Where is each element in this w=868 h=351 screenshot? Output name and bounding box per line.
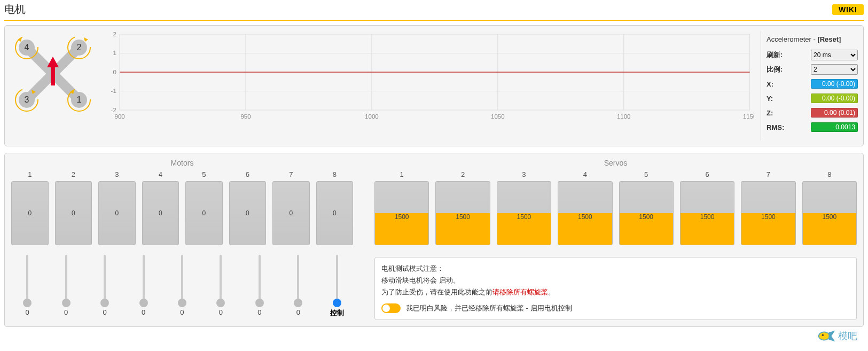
servo-num-8: 8	[827, 170, 831, 179]
motor-num-2: 2	[72, 170, 75, 179]
watermark: 模吧	[818, 330, 857, 333]
servo-num-7: 7	[767, 170, 770, 179]
x-value: 0.00 (-0.00)	[811, 79, 858, 89]
z-label: Z:	[767, 109, 811, 117]
wiki-button[interactable]: WIKI	[832, 4, 864, 15]
motor-slider-6[interactable]	[220, 255, 222, 303]
motor-2-icon: 2	[67, 35, 91, 60]
motor-slider-5[interactable]	[181, 255, 183, 303]
master-slider[interactable]	[336, 255, 338, 303]
slider-value-3: 0	[103, 308, 106, 316]
svg-point-30	[819, 332, 830, 333]
svg-text:950: 950	[240, 113, 251, 120]
page-title: 电机	[4, 2, 832, 17]
svg-text:1: 1	[113, 50, 116, 57]
warning-panel: 电机测试模式注意： 移动滑块电机将会 启动。 为了防止受伤，请在使用此功能之前请…	[374, 257, 857, 320]
slider-value-7: 0	[257, 308, 261, 316]
header-divider	[4, 20, 864, 21]
servo-num-5: 5	[644, 170, 648, 179]
slider-value-8: 0	[296, 308, 300, 316]
svg-text:2: 2	[113, 31, 116, 37]
scale-label: 比例:	[767, 65, 811, 74]
slider-value-2: 0	[64, 308, 68, 316]
svg-text:1050: 1050	[491, 113, 505, 120]
z-value: 0.00 (0.01)	[811, 108, 858, 118]
x-label: X:	[767, 80, 811, 88]
motor-bar-5: 0	[185, 181, 223, 245]
forward-arrow-icon	[49, 57, 57, 89]
reset-link[interactable]: [Reset]	[817, 35, 841, 43]
servo-bar-8: 1500	[802, 181, 857, 245]
rms-value: 0.0013	[811, 122, 858, 132]
svg-marker-31	[828, 331, 835, 334]
servo-num-1: 1	[400, 170, 404, 179]
motor-bar-7: 0	[272, 181, 310, 245]
servo-bar-6: 1500	[680, 181, 734, 245]
rms-label: RMS:	[767, 123, 811, 131]
svg-text:-2: -2	[111, 107, 116, 113]
warning-line2: 移动滑块电机将会 启动。	[381, 275, 850, 286]
motor-bar-1: 0	[11, 181, 49, 245]
motor-slider-7[interactable]	[259, 255, 261, 303]
y-value: 0.00 (-0.00)	[811, 93, 858, 103]
motors-title: Motors	[11, 159, 353, 167]
svg-text:1000: 1000	[365, 113, 379, 120]
refresh-label: 刷新:	[767, 50, 811, 60]
motor-num-6: 6	[246, 170, 249, 179]
motor-num-5: 5	[202, 170, 206, 179]
servo-num-2: 2	[461, 170, 465, 179]
scale-select[interactable]: 2	[811, 64, 858, 75]
servo-bar-7: 1500	[741, 181, 795, 245]
accelerometer-label: Accelerometer -	[767, 35, 817, 43]
toggle-label: 我已明白风险，并已经移除所有螺旋桨 - 启用电机控制	[406, 302, 572, 314]
motor-num-3: 3	[115, 170, 119, 179]
motor-4-icon: 4	[14, 35, 39, 60]
svg-text:-1: -1	[111, 88, 116, 95]
servo-num-3: 3	[522, 170, 526, 179]
enable-motor-toggle[interactable]	[381, 303, 401, 313]
accelerometer-chart: -2-10129009501000105011001150	[106, 31, 761, 122]
motor-slider-1[interactable]	[26, 255, 28, 303]
motor-slider-3[interactable]	[104, 255, 106, 303]
motor-3-icon: 3	[14, 88, 39, 112]
motor-slider-2[interactable]	[65, 255, 67, 303]
svg-text:1100: 1100	[617, 113, 631, 120]
servo-bar-5: 1500	[619, 181, 674, 245]
slider-value-1: 0	[26, 308, 29, 316]
motor-num-1: 1	[28, 170, 32, 179]
motor-num-8: 8	[333, 170, 337, 179]
servo-bar-3: 1500	[497, 181, 551, 245]
motors-servos-panel: Motors 1 0 2 0 3 0 4 0 5 0 6	[4, 153, 864, 327]
servo-num-4: 4	[583, 170, 587, 179]
motor-bar-3: 0	[98, 181, 136, 245]
warning-line1: 电机测试模式注意：	[381, 263, 850, 275]
svg-marker-5	[32, 90, 36, 94]
motor-bar-8: 0	[316, 181, 354, 245]
refresh-select[interactable]: 20 ms	[811, 50, 858, 60]
servo-bar-4: 1500	[558, 181, 612, 245]
slider-value-4: 0	[142, 308, 145, 316]
servo-bar-1: 1500	[374, 181, 429, 245]
svg-text:0: 0	[113, 69, 116, 75]
accelerometer-panel: 4 2 3 1 -2-10129009501000105011001150 Ac…	[4, 25, 864, 146]
svg-marker-3	[84, 37, 88, 42]
svg-text:900: 900	[114, 113, 124, 120]
y-label: Y:	[767, 95, 811, 103]
motor-bar-6: 0	[229, 181, 267, 245]
motor-1-icon: 1	[67, 88, 91, 112]
servo-num-6: 6	[705, 170, 709, 179]
servo-bar-2: 1500	[435, 181, 490, 245]
motor-bar-2: 0	[55, 181, 92, 245]
slider-value-6: 0	[219, 308, 223, 316]
motor-slider-8[interactable]	[297, 255, 299, 303]
motor-num-7: 7	[289, 170, 293, 179]
motor-slider-4[interactable]	[143, 255, 145, 303]
warning-line3: 为了防止受伤，请在使用此功能之前请移除所有螺旋桨。	[381, 286, 850, 298]
slider-value-9: 控制	[330, 308, 344, 318]
servos-title: Servos	[374, 159, 857, 167]
motor-bar-4: 0	[142, 181, 179, 245]
svg-text:1150: 1150	[743, 113, 754, 120]
accelerometer-controls: Accelerometer - [Reset] 刷新:20 ms 比例:2 X:…	[761, 31, 863, 141]
motor-layout-diagram: 4 2 3 1	[10, 31, 96, 116]
motor-num-4: 4	[159, 170, 162, 179]
